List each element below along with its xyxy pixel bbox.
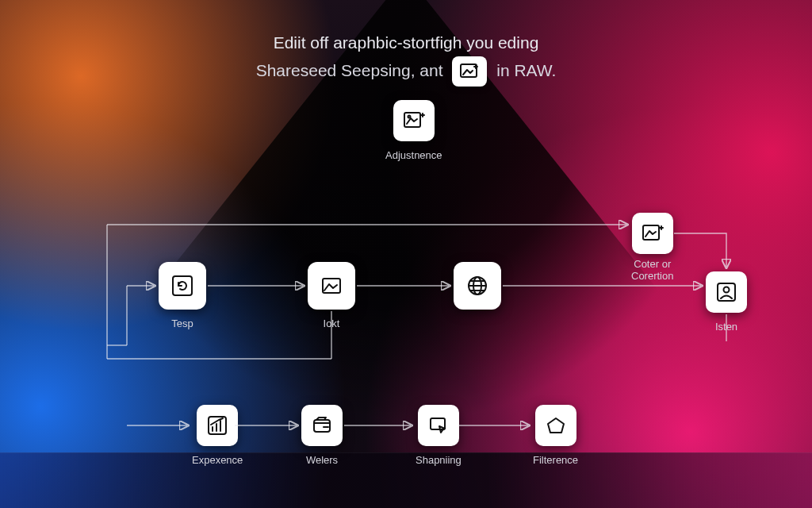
node-iokt: Iokt bbox=[308, 262, 355, 329]
tile-filter bbox=[535, 405, 576, 446]
tile-welers bbox=[301, 405, 343, 446]
bar-chart-icon bbox=[205, 414, 229, 437]
tile-tesp bbox=[159, 262, 206, 310]
node-welers: Welers bbox=[301, 405, 343, 466]
label-tesp: Tesp bbox=[159, 318, 206, 329]
heading-line-2: Shareseed Seepsing, ant in RAW. bbox=[184, 56, 628, 87]
heading-line-1: Ediit off araphbic-stortfigh you eding bbox=[184, 30, 628, 56]
tile-color bbox=[632, 213, 673, 254]
label-welers: Welers bbox=[301, 454, 343, 466]
label-adjust: Adjustnence bbox=[385, 149, 442, 161]
svg-rect-17 bbox=[314, 420, 330, 432]
image-export-icon bbox=[458, 62, 481, 81]
image-plus-icon bbox=[641, 222, 665, 244]
svg-point-2 bbox=[408, 116, 410, 118]
label-color: Coter or Corertion bbox=[631, 259, 673, 283]
label-experience: Expexence bbox=[192, 454, 243, 466]
tile-iokt bbox=[308, 262, 355, 310]
heading-line-2a: Shareseed Seepsing, ant bbox=[256, 60, 443, 79]
tile-isten bbox=[706, 271, 747, 313]
label-iokt: Iokt bbox=[308, 318, 355, 329]
node-color: Coter or Corertion bbox=[631, 213, 673, 283]
node-experience: Expexence bbox=[192, 405, 243, 466]
heading-line-2b: in RAW. bbox=[496, 60, 556, 79]
tile-globe bbox=[454, 262, 501, 310]
pentagon-icon bbox=[544, 414, 568, 437]
tile-shaping bbox=[418, 405, 459, 446]
inline-raw-tile bbox=[452, 56, 487, 87]
heading-block: Ediit off araphbic-stortfigh you eding S… bbox=[184, 30, 628, 87]
refresh-icon bbox=[169, 272, 196, 299]
svg-point-12 bbox=[724, 287, 730, 293]
label-filter: Filterence bbox=[533, 454, 578, 466]
tile-adjust bbox=[393, 100, 435, 141]
node-adjust: Adjustnence bbox=[385, 100, 442, 161]
node-filter: Filterence bbox=[533, 405, 578, 466]
label-shaping: Shapniing bbox=[416, 454, 462, 466]
image-export-icon bbox=[402, 110, 426, 132]
cursor-rect-icon bbox=[427, 414, 450, 437]
globe-icon bbox=[463, 271, 492, 300]
node-globe bbox=[454, 262, 501, 318]
person-icon bbox=[714, 280, 738, 304]
tile-experience bbox=[197, 405, 238, 446]
node-isten: Isten bbox=[706, 271, 747, 333]
diagram-canvas: Ediit off araphbic-stortfigh you eding S… bbox=[0, 0, 812, 508]
image-icon bbox=[318, 272, 345, 299]
label-isten: Isten bbox=[706, 321, 747, 333]
wallet-icon bbox=[310, 414, 334, 437]
node-tesp: Tesp bbox=[159, 262, 206, 329]
node-shaping: Shapniing bbox=[416, 405, 462, 466]
backdrop-floor bbox=[0, 452, 812, 508]
